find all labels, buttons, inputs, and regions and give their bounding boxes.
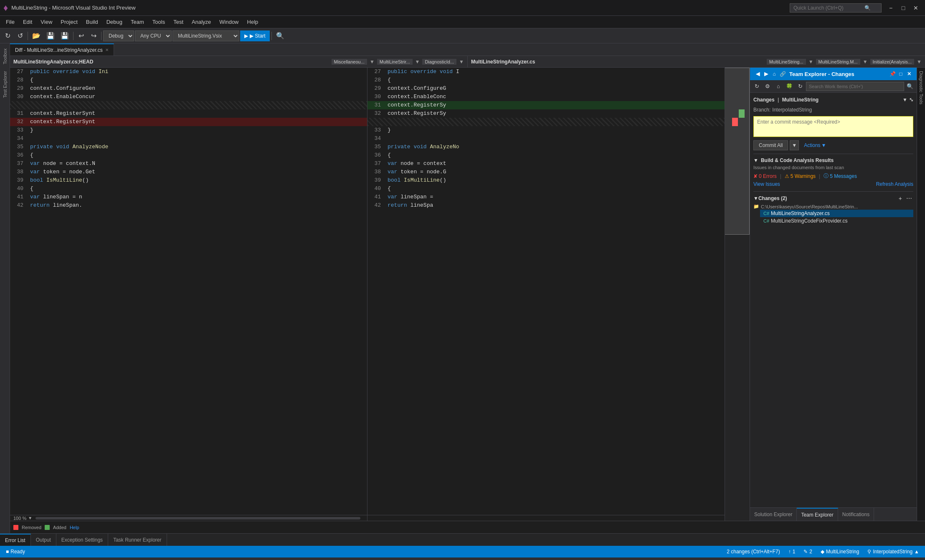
bottom-tab-error-list[interactable]: Error List bbox=[0, 534, 31, 546]
te-close-btn[interactable]: ✕ bbox=[905, 70, 913, 78]
branch-icon: ⚲ bbox=[867, 549, 871, 555]
te-branch-btn[interactable]: 🍀 bbox=[784, 81, 794, 91]
pencil-icon: ✎ bbox=[803, 549, 808, 555]
add-changes-btn[interactable]: + bbox=[897, 195, 903, 202]
te-dropdown-btn[interactable]: ▼ bbox=[902, 97, 907, 103]
hscroll-left[interactable] bbox=[35, 517, 360, 519]
bottom-tab-task-runner[interactable]: Task Runner Explorer bbox=[108, 534, 167, 546]
sidebar-tab-toolbox[interactable]: Toolbox bbox=[1, 45, 9, 68]
right-code-content[interactable]: 27 public override void I 28 { 29 contex… bbox=[367, 68, 725, 515]
menu-build[interactable]: Build bbox=[82, 17, 102, 27]
status-up-count[interactable]: ↑ 1 bbox=[786, 549, 798, 555]
build-config-dropdown[interactable]: Debug bbox=[103, 30, 134, 41]
tab-bar: Diff - MultiLineStr...ineStringAnalyzer.… bbox=[10, 43, 925, 56]
te-forward-btn[interactable]: ▶ bbox=[762, 70, 770, 78]
team-explorer-panel: ◀ ▶ ⌂ 🔗 Team Explorer - Changes 📌 □ ✕ ↻ … bbox=[750, 68, 917, 521]
bottom-tab-output[interactable]: Output bbox=[31, 534, 56, 546]
commit-all-button[interactable]: Commit All bbox=[753, 140, 788, 150]
vs-logo: ♦ bbox=[3, 3, 8, 13]
minimize-button[interactable]: − bbox=[885, 2, 897, 14]
te-maximize-btn[interactable]: ⤡ bbox=[909, 97, 913, 103]
minimap-viewport[interactable] bbox=[725, 68, 750, 235]
te-section-actions: ▼ ⤡ bbox=[902, 97, 913, 103]
te-tab-team-explorer[interactable]: Team Explorer bbox=[797, 508, 838, 521]
te-connect-btn[interactable]: 🔗 bbox=[778, 70, 787, 78]
more-changes-btn[interactable]: ⋯ bbox=[905, 195, 913, 202]
diff-area: 27 public override void Ini 28 { 29 cont… bbox=[10, 68, 925, 521]
restore-button[interactable]: □ bbox=[897, 2, 909, 14]
help-link[interactable]: Help bbox=[70, 525, 79, 530]
left-code-content[interactable]: 27 public override void Ini 28 { 29 cont… bbox=[10, 68, 367, 515]
te-search-btn[interactable]: 🔍 bbox=[905, 81, 915, 91]
menu-tools[interactable]: Tools bbox=[148, 17, 169, 27]
menu-view[interactable]: View bbox=[36, 17, 56, 27]
left-breadcrumb-1[interactable]: Miscellaneou... bbox=[332, 59, 367, 65]
status-branch[interactable]: ⚲ InterpolatedString ▲ bbox=[865, 549, 922, 555]
status-ready[interactable]: ■ Ready bbox=[3, 549, 28, 555]
warning-count: 5 Warnings bbox=[791, 173, 816, 179]
quick-launch-search[interactable]: 🔍 bbox=[790, 3, 882, 13]
file-item-analyzer[interactable]: C# MultiLineStringAnalyzer.cs bbox=[760, 210, 913, 217]
toolbar-forward-btn[interactable]: ↺ bbox=[14, 30, 26, 42]
sidebar-diagnostic-tools[interactable]: Diagnostic Tools bbox=[918, 68, 925, 108]
branch-name[interactable]: InterpolatedString bbox=[772, 107, 812, 113]
te-tab-solution-explorer[interactable]: Solution Explorer bbox=[750, 508, 797, 521]
menu-project[interactable]: Project bbox=[56, 17, 81, 27]
status-project[interactable]: ◆ MultiLineString bbox=[818, 549, 862, 555]
build-section-header[interactable]: ▼ Build & Code Analysis Results bbox=[753, 157, 913, 164]
menu-file[interactable]: File bbox=[2, 17, 19, 27]
commit-dropdown-button[interactable]: ▼ bbox=[790, 140, 799, 150]
left-line-28: 28 { bbox=[10, 76, 367, 84]
menu-help[interactable]: Help bbox=[243, 17, 263, 27]
view-issues-link[interactable]: View Issues bbox=[753, 181, 780, 187]
te-search-input[interactable] bbox=[806, 82, 904, 91]
left-breadcrumb-2[interactable]: MultiLineStrir... bbox=[377, 59, 413, 65]
cs-file-icon-2: C# bbox=[763, 218, 769, 223]
start-button[interactable]: ▶ ▶ Start bbox=[240, 30, 270, 41]
right-breadcrumb-3[interactable]: Initialize(Analysis... bbox=[870, 59, 915, 65]
commit-all-label: Commit All bbox=[759, 142, 783, 148]
left-line-39: 39 bool IsMultiLine() bbox=[10, 176, 367, 185]
status-down-count[interactable]: ✎ 2 bbox=[801, 549, 815, 555]
commit-message-input[interactable] bbox=[757, 119, 910, 125]
sidebar-tab-test-explorer[interactable]: Test Explorer bbox=[1, 68, 9, 101]
toolbar-undo-btn[interactable]: ↩ bbox=[75, 30, 87, 42]
diff-tab[interactable]: Diff - MultiLineStr...ineStringAnalyzer.… bbox=[10, 43, 114, 56]
te-pin-btn[interactable]: 📌 bbox=[888, 70, 897, 78]
toolbar-save-btn[interactable]: 💾 bbox=[44, 30, 57, 42]
menu-edit[interactable]: Edit bbox=[19, 17, 36, 27]
status-changes-note[interactable]: 2 changes (Ctrl+Alt+F7) bbox=[724, 549, 782, 555]
te-back-btn[interactable]: ◀ bbox=[753, 70, 762, 78]
menu-test[interactable]: Test bbox=[169, 17, 188, 27]
toolbar-back-btn[interactable]: ↻ bbox=[2, 30, 13, 42]
te-home-nav-btn[interactable]: ⌂ bbox=[773, 81, 783, 91]
diff-tab-close[interactable]: ✕ bbox=[105, 48, 109, 52]
bottom-tab-exception-settings[interactable]: Exception Settings bbox=[56, 534, 108, 546]
te-tab-notifications[interactable]: Notifications bbox=[838, 508, 874, 521]
te-settings-btn[interactable]: ⚙ bbox=[763, 81, 773, 91]
refresh-analysis-link[interactable]: Refresh Analysis bbox=[876, 181, 913, 187]
quick-launch-input[interactable] bbox=[793, 5, 864, 11]
te-undock-btn[interactable]: □ bbox=[897, 70, 905, 78]
toolbar-redo-btn[interactable]: ↪ bbox=[88, 30, 99, 42]
toolbar-open-btn[interactable]: 📂 bbox=[30, 30, 43, 42]
close-button[interactable]: ✕ bbox=[910, 2, 922, 14]
toolbar-search-btn[interactable]: 🔍 bbox=[274, 30, 287, 42]
zoom-down[interactable]: ▼ bbox=[28, 516, 32, 520]
platform-dropdown[interactable]: Any CPU bbox=[135, 30, 172, 41]
menu-debug[interactable]: Debug bbox=[102, 17, 127, 27]
solution-dropdown[interactable]: MultiLineString.Vsix bbox=[172, 30, 239, 41]
right-breadcrumb-1[interactable]: MultiLineString... bbox=[767, 59, 806, 65]
menu-window[interactable]: Window bbox=[215, 17, 243, 27]
te-refresh-btn[interactable]: ↻ bbox=[752, 81, 762, 91]
te-home-btn[interactable]: ⌂ bbox=[770, 70, 778, 78]
left-breadcrumb-3[interactable]: DiagnosticId... bbox=[422, 59, 456, 65]
te-sync-btn[interactable]: ↻ bbox=[795, 81, 805, 91]
toolbar-saveall-btn[interactable]: 💾 bbox=[58, 30, 71, 42]
actions-button[interactable]: Actions ▼ bbox=[801, 141, 829, 150]
menu-analyze[interactable]: Analyze bbox=[188, 17, 215, 27]
commit-message-box[interactable] bbox=[753, 116, 913, 137]
menu-team[interactable]: Team bbox=[127, 17, 148, 27]
file-item-codefix[interactable]: C# MultiLineStringCodeFixProvider.cs bbox=[760, 217, 913, 225]
right-breadcrumb-2[interactable]: MultiLineString.M... bbox=[816, 59, 860, 65]
